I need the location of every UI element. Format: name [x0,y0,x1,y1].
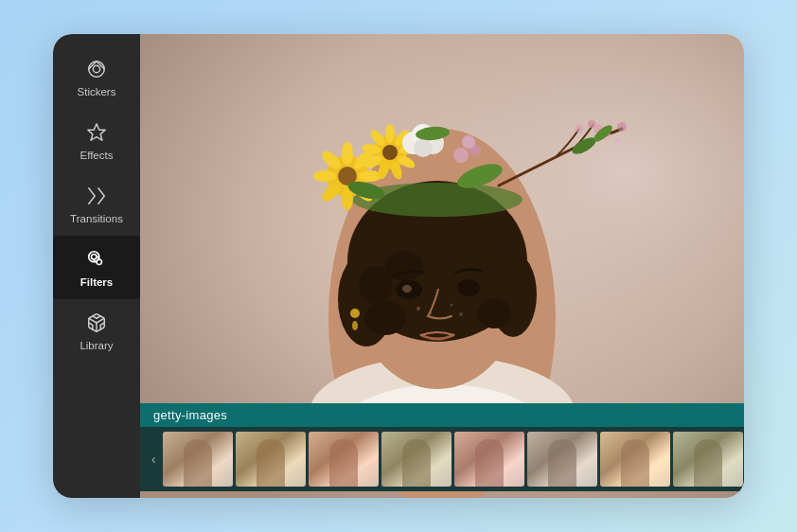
svg-point-24 [350,309,360,318]
svg-point-27 [451,304,453,307]
library-icon [84,310,109,335]
svg-point-55 [414,138,433,157]
transitions-label: Transitions [70,213,123,224]
svg-point-22 [457,279,480,296]
svg-point-56 [453,148,469,163]
filmstrip-label: getty-images [140,403,744,427]
svg-point-39 [313,170,336,182]
svg-point-25 [352,321,358,330]
svg-marker-2 [88,124,105,140]
sidebar-item-filters[interactable]: Filters [53,236,140,299]
svg-point-65 [576,125,583,133]
svg-point-28 [430,312,433,315]
filmstrip-strip: ‹ › [140,427,744,491]
filmstrip-thumb-8[interactable] [673,432,743,487]
main-content: getty-images ‹ › [140,34,744,498]
svg-point-0 [89,62,105,78]
sidebar-item-stickers[interactable]: Stickers [53,45,140,109]
filmstrip-overlay: getty-images ‹ › [140,403,744,498]
stickers-icon [84,57,109,81]
filters-label: Filters [80,276,114,288]
filmstrip-thumb-4[interactable] [381,432,452,487]
filters-icon [84,247,109,272]
filmstrip-thumb-6[interactable] [527,432,597,487]
device-frame: Stickers Effects Transitions [53,34,744,498]
stickers-label: Stickers [78,86,116,98]
svg-point-67 [614,137,620,143]
library-label: Library [80,340,113,351]
sidebar-item-library[interactable]: Library [53,299,140,363]
svg-point-33 [342,142,353,165]
svg-point-43 [385,124,395,143]
filmstrip-prev-arrow[interactable]: ‹ [148,452,160,467]
svg-point-20 [385,251,423,281]
svg-point-63 [588,120,595,128]
effects-icon [84,120,109,145]
svg-point-18 [477,298,511,328]
filmstrip-thumb-7[interactable] [600,432,670,487]
filmstrip-thumb-3[interactable] [309,432,379,487]
svg-point-42 [382,145,398,160]
sidebar: Stickers Effects Transitions [53,34,140,498]
filmstrip-thumb-5[interactable] [454,432,524,487]
transitions-icon [84,184,109,208]
svg-point-29 [459,312,463,316]
svg-point-26 [416,307,420,310]
svg-point-58 [462,135,475,149]
sidebar-item-transitions[interactable]: Transitions [53,172,140,236]
filmstrip-thumb-2[interactable] [236,432,306,487]
sidebar-item-effects[interactable]: Effects [53,109,140,172]
svg-point-35 [359,170,381,182]
svg-point-17 [364,301,406,335]
effects-label: Effects [80,150,114,161]
filmstrip-thumb-1[interactable] [163,432,233,487]
svg-point-23 [402,285,412,293]
svg-point-1 [93,65,99,72]
svg-point-66 [617,122,627,132]
